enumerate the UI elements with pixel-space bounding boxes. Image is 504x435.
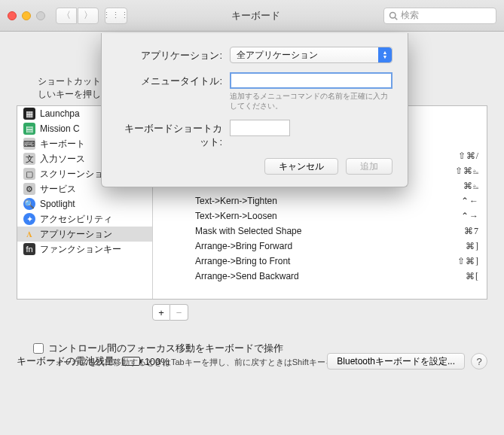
add-confirm-button: 追加: [346, 158, 393, 175]
svg-line-1: [395, 17, 397, 20]
sidebar-item-function-keys[interactable]: fnファンクションキー: [17, 242, 152, 257]
close-window-icon[interactable]: [8, 11, 17, 20]
menu-title-help: 追加するメニューコマンドの名前を正確に入力してください。: [230, 91, 393, 111]
shortcut-row: Arrange->Bring Forward⌘]: [195, 239, 479, 254]
minimize-window-icon[interactable]: [22, 11, 31, 20]
apps-icon: 𝐀: [23, 228, 35, 240]
spotlight-icon: 🔍: [23, 198, 35, 210]
forward-button[interactable]: 〉: [78, 8, 99, 24]
bottom-bar: キーボードの電池残量: 100% Bluetoothキーボードを設定... ?: [17, 353, 487, 370]
search-field[interactable]: 検索: [383, 8, 496, 24]
window-title: キーボード: [133, 9, 377, 23]
cancel-button[interactable]: キャンセル: [264, 158, 338, 175]
battery-value: 100%: [145, 356, 170, 367]
battery-icon: [122, 357, 140, 366]
window-controls: [8, 11, 45, 20]
remove-button[interactable]: −: [170, 304, 188, 321]
menu-title-label: メニュータイトル:: [117, 72, 230, 88]
back-button[interactable]: 〈: [56, 8, 77, 24]
key-shortcut-label: キーボードショートカット:: [117, 120, 230, 149]
accessibility-icon: ✦: [23, 213, 35, 225]
sidebar-item-accessibility[interactable]: ✦アクセシビリティ: [17, 211, 152, 227]
search-placeholder: 検索: [401, 9, 419, 22]
zoom-window-icon: [36, 11, 45, 20]
bluetooth-setup-button[interactable]: Bluetoothキーボードを設定...: [327, 353, 465, 370]
battery-status: キーボードの電池残量: 100%: [17, 354, 170, 368]
keyboard-focus-checkbox[interactable]: [33, 343, 44, 354]
add-remove-buttons: + −: [152, 304, 487, 321]
application-popup[interactable]: 全アプリケーション ▲▼: [230, 47, 393, 63]
svg-point-0: [390, 12, 396, 18]
input-sources-icon: 文: [23, 153, 35, 165]
show-all-button[interactable]: ⋮⋮⋮: [105, 8, 127, 24]
launchpad-icon: ▦: [23, 108, 35, 120]
add-shortcut-sheet: アプリケーション: 全アプリケーション ▲▼ メニュータイトル: 追加するメニュ…: [101, 33, 408, 187]
keyboard-icon: ⌨: [23, 138, 35, 150]
chevron-updown-icon: ▲▼: [378, 47, 392, 62]
services-icon: ⚙: [23, 183, 35, 195]
shortcut-row: Text->Kern->Loosen⌃→: [195, 208, 479, 224]
shortcut-row: Arrange->Send Backward⌘[: [195, 269, 479, 284]
application-label: アプリケーション:: [117, 47, 230, 62]
titlebar: 〈 〉 ⋮⋮⋮ キーボード 検索: [0, 0, 504, 32]
search-icon: [389, 11, 398, 20]
menu-title-field[interactable]: [230, 72, 393, 89]
mission-control-icon: ▤: [23, 123, 35, 135]
add-button[interactable]: +: [152, 304, 170, 321]
sidebar-item-app-shortcuts[interactable]: 𝐀アプリケーション: [17, 227, 152, 242]
fn-icon: fn: [23, 243, 35, 255]
nav-back-forward: 〈 〉: [56, 8, 99, 24]
sidebar-item-spotlight[interactable]: 🔍Spotlight: [17, 196, 152, 211]
shortcut-row: Text->Kern->Tighten⌃←: [195, 193, 479, 208]
shortcut-row: Mask with Selected Shape⌘7: [195, 224, 479, 239]
screenshot-icon: ▢: [23, 168, 35, 180]
help-button[interactable]: ?: [471, 353, 487, 370]
shortcut-row: Arrange->Bring to Front⇧⌘]: [195, 254, 479, 269]
key-shortcut-field[interactable]: [230, 120, 290, 136]
